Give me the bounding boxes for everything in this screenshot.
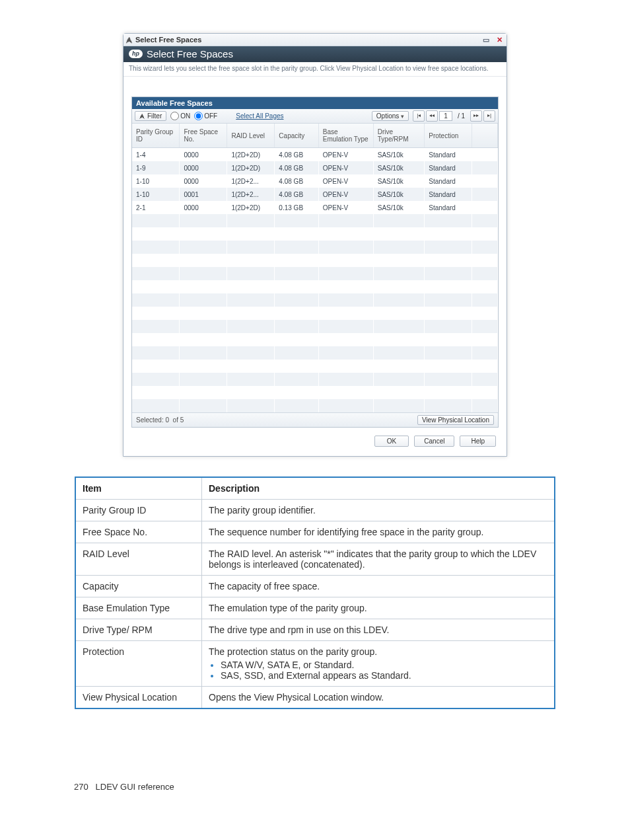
desc-row: CapacityThe capacity of free space.: [75, 576, 555, 597]
table-row[interactable]: 1-400001(2D+2D)4.08 GBOPEN-VSAS/10kStand…: [132, 148, 498, 162]
table-row: [132, 280, 498, 293]
desc-item: Drive Type/ RPM: [75, 619, 202, 641]
cell: 1(2D+2...: [227, 188, 275, 201]
help-button[interactable]: Help: [460, 436, 496, 447]
page-number: 270: [74, 782, 88, 792]
page-last-button[interactable]: ▸|: [483, 110, 495, 122]
cell: 1-9: [132, 161, 180, 174]
dialog-footer: OK Cancel Help: [131, 428, 499, 448]
filter-button[interactable]: ⮝ Filter: [135, 111, 166, 121]
cell: 0.13 GB: [275, 201, 318, 214]
page-prev-button[interactable]: ◂◂: [426, 110, 438, 122]
col-drive-type-rpm[interactable]: Drive Type/RPM: [373, 124, 424, 148]
col-parity-group-id[interactable]: Parity Group ID: [132, 124, 180, 148]
desc-row: ProtectionThe protection status on the p…: [75, 641, 555, 687]
cell: OPEN-V: [318, 188, 373, 201]
panel-footer: Selected: 0 of 5 View Physical Location: [132, 412, 498, 427]
table-row[interactable]: 1-1000011(2D+2...4.08 GBOPEN-VSAS/10kSta…: [132, 188, 498, 201]
desc-row: RAID LevelThe RAID level. An asterisk "*…: [75, 543, 555, 576]
close-icon[interactable]: ✕: [495, 36, 504, 44]
table-row: [132, 293, 498, 307]
col-base-emulation-type[interactable]: Base Emulation Type: [318, 124, 373, 148]
col-protection[interactable]: Protection: [425, 124, 472, 148]
panel-toolbar: ⮝ Filter ON OFF Select All Pages: [132, 109, 498, 124]
desc-bullet: SATA W/V, SATA E, or Standard.: [221, 660, 547, 670]
page-section: LDEV GUI reference: [96, 782, 174, 792]
cell: 4.08 GB: [275, 148, 318, 162]
cell: 0000: [180, 161, 227, 174]
col-capacity[interactable]: Capacity: [275, 124, 318, 148]
ok-button[interactable]: OK: [374, 436, 409, 447]
table-row: [132, 267, 498, 280]
cell: 4.08 GB: [275, 174, 318, 188]
page-total: / 1: [454, 112, 469, 120]
cell: SAS/10k: [373, 148, 424, 162]
table-row: [132, 254, 498, 267]
dialog-titlebar: ⮝ Select Free Spaces ▭ ✕: [123, 34, 507, 46]
cell: SAS/10k: [373, 174, 424, 188]
desc-desc: The parity group identifier.: [202, 500, 555, 521]
page-first-button[interactable]: |◂: [413, 110, 425, 122]
maximize-icon[interactable]: ▭: [481, 36, 491, 44]
cell: OPEN-V: [318, 201, 373, 214]
cell: 0001: [180, 188, 227, 201]
table-row: [132, 346, 498, 360]
table-row[interactable]: 1-900001(2D+2D)4.08 GBOPEN-VSAS/10kStand…: [132, 161, 498, 174]
desc-row: Free Space No.The sequence number for id…: [75, 521, 555, 543]
dialog-titlebar-label: Select Free Spaces: [135, 36, 201, 44]
desc-item: RAID Level: [75, 543, 202, 576]
table-row[interactable]: 1-1000001(2D+2...4.08 GBOPEN-VSAS/10kSta…: [132, 174, 498, 188]
table-row: [132, 241, 498, 254]
table-row[interactable]: 2-100001(2D+2D)0.13 GBOPEN-VSAS/10kStand…: [132, 201, 498, 214]
desc-row: View Physical LocationOpens the View Phy…: [75, 687, 555, 709]
page-footer: 270 LDEV GUI reference: [0, 709, 630, 818]
options-button[interactable]: Options ▾: [372, 111, 409, 121]
desc-desc: The RAID level. An asterisk "*" indicate…: [202, 543, 555, 576]
desc-desc: The emulation type of the parity group.: [202, 597, 555, 619]
table-row: [132, 320, 498, 333]
desc-row: Parity Group IDThe parity group identifi…: [75, 500, 555, 521]
free-spaces-table: Parity Group ID Free Space No. RAID Leve…: [132, 124, 498, 412]
cell: SAS/10k: [373, 161, 424, 174]
available-free-spaces-panel: Available Free Spaces ⮝ Filter ON OFF: [131, 96, 499, 428]
cell: 1-10: [132, 174, 180, 188]
desc-item: Parity Group ID: [75, 500, 202, 521]
desc-bullet: SAS, SSD, and External appears as Standa…: [221, 670, 547, 681]
table-row: [132, 333, 498, 346]
desc-hdr-item: Item: [75, 477, 202, 500]
table-row: [132, 360, 498, 373]
table-row: [132, 386, 498, 399]
cancel-button[interactable]: Cancel: [414, 436, 454, 447]
cell: Standard: [425, 161, 472, 174]
cell: 1-10: [132, 188, 180, 201]
table-row: [132, 227, 498, 241]
page-next-button[interactable]: ▸▸: [470, 110, 482, 122]
cell: 1(2D+2D): [227, 161, 275, 174]
dialog-subheader: This wizard lets you select the free spa…: [123, 62, 507, 77]
filter-on-radio[interactable]: ON: [170, 112, 190, 120]
collapse-icon[interactable]: ⮝: [126, 36, 133, 44]
cell: 1(2D+2...: [227, 174, 275, 188]
filter-off-radio[interactable]: OFF: [194, 112, 217, 120]
desc-desc: The sequence number for identifying free…: [202, 521, 555, 543]
select-all-pages-link[interactable]: Select All Pages: [232, 112, 287, 120]
cell: 4.08 GB: [275, 161, 318, 174]
cell: OPEN-V: [318, 174, 373, 188]
desc-row: Base Emulation TypeThe emulation type of…: [75, 597, 555, 619]
total-count: 5: [180, 416, 184, 424]
col-raid-level[interactable]: RAID Level: [227, 124, 275, 148]
desc-desc: The drive type and rpm in use on this LD…: [202, 619, 555, 641]
col-free-space-no[interactable]: Free Space No.: [180, 124, 227, 148]
chevron-up-icon: ⮝: [139, 113, 145, 120]
cell: Standard: [425, 148, 472, 162]
desc-hdr-desc: Description: [202, 477, 555, 500]
cell: 1(2D+2D): [227, 148, 275, 162]
view-physical-location-button[interactable]: View Physical Location: [417, 415, 494, 425]
cell: Standard: [425, 188, 472, 201]
cell: Standard: [425, 201, 472, 214]
cell: Standard: [425, 174, 472, 188]
desc-desc: The capacity of free space.: [202, 576, 555, 597]
selected-label: Selected:: [136, 416, 164, 424]
cell: 1-4: [132, 148, 180, 162]
page-current[interactable]: 1: [439, 111, 452, 121]
